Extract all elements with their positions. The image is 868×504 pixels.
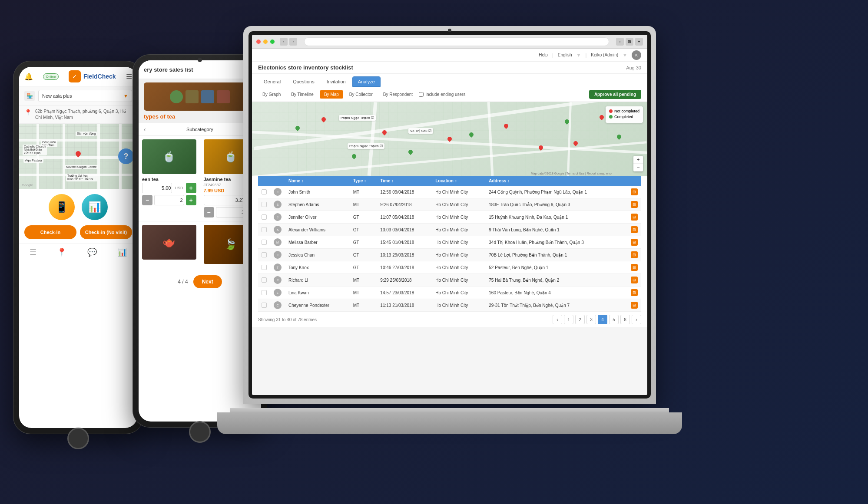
- tab-questions[interactable]: Questions: [287, 76, 320, 87]
- row-action-icon[interactable]: ⊞: [631, 188, 638, 195]
- col-location[interactable]: Location ↕: [432, 176, 485, 186]
- subcategory-bar[interactable]: ‹ Subcategory ›: [139, 123, 261, 136]
- row-time: 14:57 23/03/2018: [377, 287, 432, 299]
- subtab-by-graph[interactable]: By Graph: [258, 90, 285, 99]
- row-action-icon[interactable]: ⊞: [631, 239, 638, 246]
- nav-chart-icon[interactable]: 📊: [117, 247, 127, 257]
- store-input[interactable]: New asia plus ▼: [38, 90, 132, 102]
- pg-next-btn[interactable]: ›: [632, 315, 641, 324]
- nav-location-icon[interactable]: 📍: [57, 247, 66, 257]
- include-ending-check[interactable]: Include ending users: [419, 92, 465, 97]
- table-row: J Jessica Chan GT 10:13 29/03/2018 Ho Ch…: [258, 249, 641, 261]
- row-action-icon[interactable]: ⊞: [631, 201, 638, 208]
- user-menu[interactable]: Keiko (Admin): [591, 53, 618, 57]
- product1-qty-value[interactable]: 2: [154, 195, 184, 205]
- phone2-home-button[interactable]: [189, 421, 211, 443]
- table-row: L Lina Kwan MT 14:57 23/03/2018 Ho Chi M…: [258, 287, 641, 299]
- subtab-by-respondent[interactable]: By Respondent: [379, 90, 417, 99]
- browser-share-icon[interactable]: ↑: [616, 38, 624, 46]
- map-zoom-out-button[interactable]: −: [633, 164, 643, 171]
- tab-invitation[interactable]: Invitation: [321, 76, 351, 87]
- browser-maximize-dot[interactable]: [270, 40, 275, 44]
- subtab-by-collector[interactable]: By Collector: [345, 90, 377, 99]
- row-checkbox[interactable]: [262, 277, 267, 283]
- pg-btn-8[interactable]: 8: [620, 315, 630, 324]
- product2-qty-value[interactable]: 3: [216, 207, 246, 217]
- row-action-icon[interactable]: ⊞: [631, 277, 638, 283]
- product2-qty-minus[interactable]: −: [204, 207, 214, 217]
- include-ending-checkbox[interactable]: [419, 92, 424, 97]
- row-action-icon[interactable]: ⊞: [631, 214, 638, 221]
- product1-qty-minus[interactable]: −: [142, 195, 152, 205]
- pg-btn-5[interactable]: 5: [609, 315, 619, 324]
- product1-qty-input[interactable]: 5.00: [142, 183, 172, 193]
- row-action-icon[interactable]: ⊞: [631, 264, 638, 271]
- product1-qty-plus[interactable]: +: [186, 183, 196, 193]
- checkin-btns: Check-in Check-in (No visit): [19, 225, 137, 244]
- browser-address-bar[interactable]: [304, 37, 609, 46]
- subtab-by-map[interactable]: By Map: [320, 90, 343, 99]
- pg-btn-1[interactable]: 1: [564, 315, 573, 324]
- scan-icon[interactable]: 📊: [82, 194, 108, 220]
- pg-btn-2[interactable]: 2: [575, 315, 585, 324]
- row-name: Jennifer Oliver: [285, 211, 350, 224]
- checkin-no-visit-button[interactable]: Check-in (No visit): [80, 225, 132, 239]
- browser-copy-icon[interactable]: ⊞: [626, 38, 633, 46]
- laptop-bezel: ‹ › ↑ ⊞ + Help: [248, 31, 651, 399]
- row-time: 15:45 01/04/2018: [377, 236, 432, 249]
- product1-qty-plus2[interactable]: +: [186, 195, 196, 205]
- browser-back-btn[interactable]: ‹: [280, 38, 288, 46]
- checkin-button[interactable]: Check-in: [24, 225, 76, 239]
- row-checkbox[interactable]: [262, 202, 267, 207]
- browser-forward-btn[interactable]: ›: [289, 38, 297, 46]
- pg-btn-3[interactable]: 3: [586, 315, 596, 324]
- row-checkbox[interactable]: [262, 290, 267, 295]
- selfie-icon[interactable]: 📱: [49, 194, 75, 220]
- row-time: 10:13 29/03/2018: [377, 249, 432, 261]
- menu-icon[interactable]: ☰: [126, 72, 132, 81]
- row-checkbox[interactable]: [262, 303, 267, 308]
- row-checkbox[interactable]: [262, 252, 267, 257]
- row-avatar: R: [274, 276, 282, 284]
- row-action-icon[interactable]: ⊞: [631, 302, 638, 309]
- row-checkbox[interactable]: [262, 189, 267, 194]
- fieldcheck-logo-icon: ✓: [69, 70, 81, 82]
- nav-chat-icon[interactable]: 💬: [87, 247, 97, 257]
- row-checkbox[interactable]: [262, 227, 267, 232]
- row-checkbox[interactable]: [262, 265, 267, 270]
- pg-prev-btn[interactable]: ‹: [553, 315, 562, 324]
- web-app: Help | English ▼ | Keiko (Admin) ▼ K Ele…: [252, 49, 647, 395]
- approve-all-pending-button[interactable]: Approve all pending: [589, 90, 641, 99]
- product1-qty-row2: − 2 +: [142, 195, 196, 205]
- question-banner[interactable]: ?: [118, 148, 134, 164]
- help-link[interactable]: Help: [539, 53, 548, 57]
- col-time[interactable]: Time ↕: [377, 176, 432, 186]
- tab-analyze[interactable]: Analyze: [352, 76, 381, 87]
- browser-close-dot[interactable]: [256, 40, 261, 44]
- pg-btn-4[interactable]: 4: [598, 315, 607, 324]
- browser-minimize-dot[interactable]: [263, 40, 268, 44]
- browser-add-icon[interactable]: +: [635, 38, 643, 46]
- map-zoom-in-button[interactable]: +: [633, 156, 643, 164]
- col-name[interactable]: Name ↕: [285, 176, 350, 186]
- tab-general[interactable]: General: [258, 76, 286, 87]
- nav-list-icon[interactable]: ☰: [30, 247, 36, 257]
- col-type[interactable]: Type ↕: [350, 176, 377, 186]
- product2-qty-input[interactable]: 3.27: [204, 195, 246, 205]
- row-name: Alexander Williams: [285, 224, 350, 236]
- shop-header: ery store sales list 🔍: [139, 60, 261, 79]
- row-type: GT: [350, 211, 377, 224]
- subtab-by-timeline[interactable]: By Timeline: [287, 90, 318, 99]
- row-checkbox[interactable]: [262, 214, 267, 220]
- web-subtabs: By Graph By Timeline By Map By Collector…: [252, 87, 647, 102]
- row-location: Ho Chi Minh City: [432, 211, 485, 224]
- row-action-icon[interactable]: ⊞: [631, 251, 638, 258]
- row-action-icon[interactable]: ⊞: [631, 289, 638, 296]
- row-checkbox[interactable]: [262, 240, 267, 245]
- col-address[interactable]: Address ↕: [485, 176, 627, 186]
- map-legend: Not completed Completed: [606, 106, 643, 123]
- language-selector[interactable]: English: [558, 53, 572, 57]
- phone1-home-button[interactable]: [67, 428, 89, 449]
- next-button[interactable]: Next: [193, 275, 222, 288]
- row-action-icon[interactable]: ⊞: [631, 226, 638, 233]
